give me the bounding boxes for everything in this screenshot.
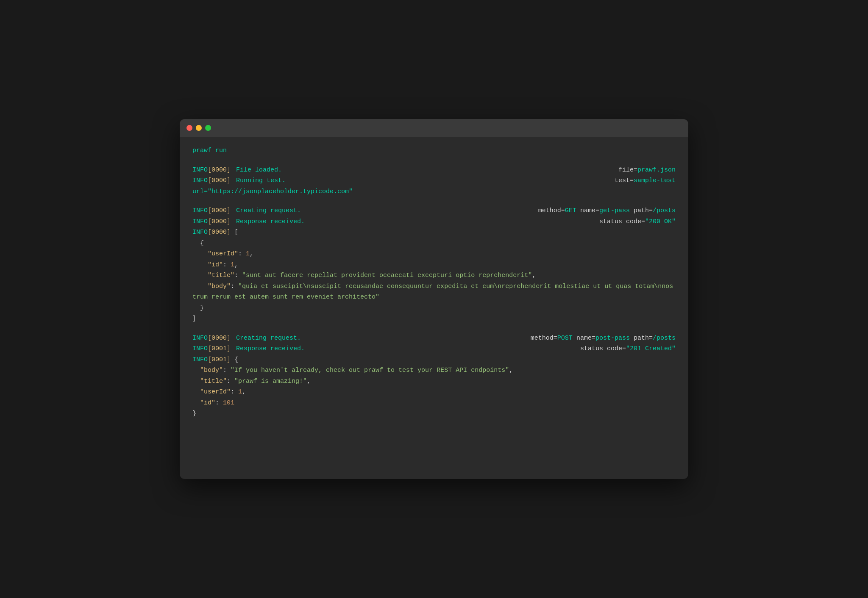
info-prefix-5: INFO[0000] Creating request.: [192, 333, 301, 344]
info-prefix-2: INFO[0000] Running test.: [192, 175, 286, 186]
log-line-file-loaded: INFO[0000] File loaded. file=prawf.json: [192, 165, 676, 176]
log-attrs-test: test=sample-test: [598, 175, 676, 186]
json-block-post: INFO[0001] { "body": "If you haven't alr…: [192, 354, 676, 419]
log-attrs-status-get: status code="200 OK": [582, 216, 676, 227]
log-attrs-get: method=GET name=get-pass path=/posts: [521, 205, 676, 216]
log-line-response-post: INFO[0001] Response received. status cod…: [192, 343, 676, 354]
minimize-button[interactable]: [196, 125, 202, 131]
info-prefix-4: INFO[0000] Response received.: [192, 216, 305, 227]
log-line-creating-get: INFO[0000] Creating request. method=GET …: [192, 205, 676, 216]
title-bar: [180, 119, 688, 137]
log-block-2: INFO[0000] Creating request. method=GET …: [192, 205, 676, 324]
maximize-button[interactable]: [205, 125, 211, 131]
command-line: prawf run: [192, 145, 676, 156]
terminal-window: prawf run INFO[0000] File loaded. file=p…: [180, 119, 688, 479]
log-attrs-post: method=POST name=post-pass path=/posts: [514, 333, 676, 344]
info-prefix-3: INFO[0000] Creating request.: [192, 205, 301, 216]
terminal-body: prawf run INFO[0000] File loaded. file=p…: [180, 137, 688, 440]
log-block-3: INFO[0000] Creating request. method=POST…: [192, 333, 676, 419]
close-button[interactable]: [186, 125, 192, 131]
log-line-running-test: INFO[0000] Running test. test=sample-tes…: [192, 175, 676, 186]
log-attrs-file: file=prawf.json: [601, 165, 676, 176]
info-prefix: INFO[0000] File loaded.: [192, 165, 282, 176]
info-prefix-6: INFO[0001] Response received.: [192, 343, 305, 354]
log-attrs-status-post: status code="201 Created": [563, 343, 676, 354]
log-block-1: INFO[0000] File loaded. file=prawf.json …: [192, 165, 676, 197]
command-text: prawf run: [192, 147, 227, 154]
json-block-get: INFO[0000] [ { "userId": 1, "id": 1, "ti…: [192, 227, 676, 324]
log-line-creating-post: INFO[0000] Creating request. method=POST…: [192, 333, 676, 344]
log-line-url: url="https://jsonplaceholder.typicode.co…: [192, 186, 676, 197]
log-line-response-get: INFO[0000] Response received. status cod…: [192, 216, 676, 227]
